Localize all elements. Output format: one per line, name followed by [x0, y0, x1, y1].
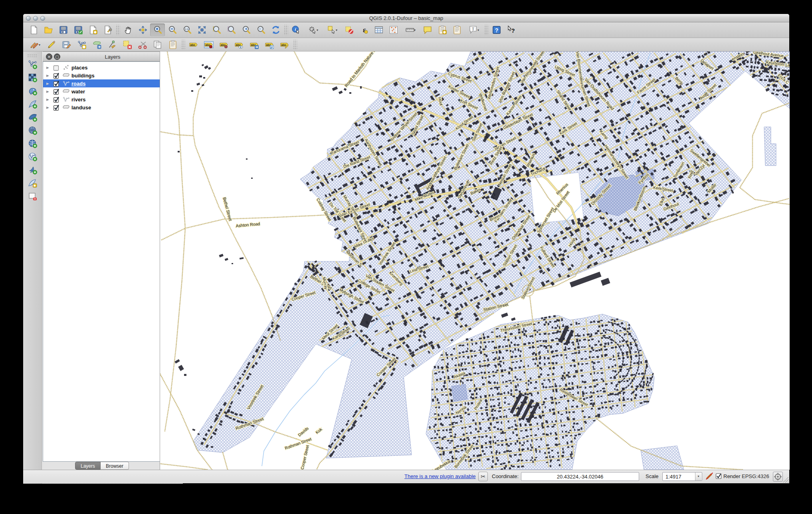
svg-text:✱: ✱ [443, 30, 446, 34]
svg-text:abc: abc [281, 43, 287, 47]
svg-text:✺: ✺ [33, 184, 36, 187]
svg-text:?: ? [495, 27, 498, 34]
svg-text:1:1: 1:1 [185, 28, 188, 30]
svg-text:?: ? [511, 27, 515, 34]
svg-text:T: T [472, 27, 474, 31]
svg-text:✺: ✺ [83, 45, 86, 49]
svg-text:✱: ✱ [93, 30, 97, 34]
svg-text:abc: abc [190, 43, 196, 47]
